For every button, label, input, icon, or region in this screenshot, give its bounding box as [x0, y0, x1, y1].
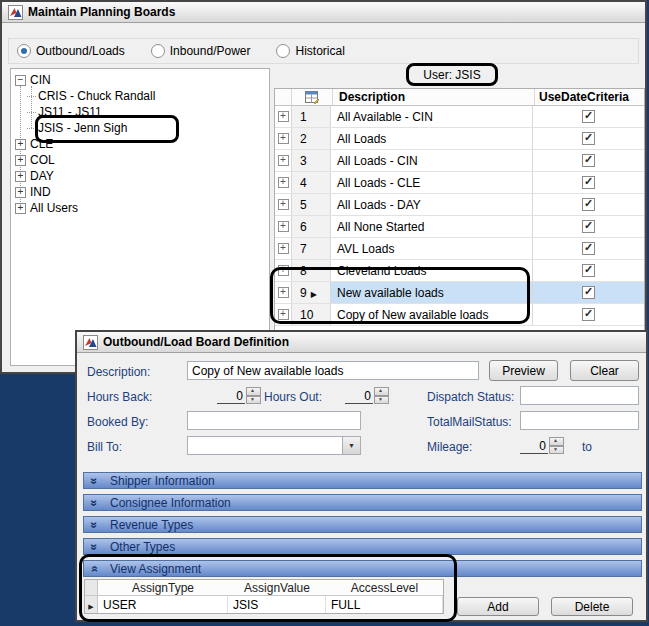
description-input[interactable]: Copy of New available loads [187, 361, 479, 380]
radio-label: Outbound/Loads [36, 44, 125, 58]
use-date-criteria-checkbox[interactable] [582, 242, 595, 255]
preview-button[interactable]: Preview [489, 360, 558, 381]
section-other-types[interactable]: Other Types [83, 538, 642, 555]
row-expand-icon[interactable] [278, 287, 289, 298]
row-expand-icon[interactable] [278, 155, 289, 166]
board-row-9[interactable]: 9 New available loads [275, 282, 644, 304]
step-down-icon[interactable] [374, 396, 389, 405]
tree-node-js11[interactable]: JS11 - JS11 [11, 104, 269, 120]
expand-icon[interactable] [15, 139, 26, 150]
use-date-criteria-checkbox[interactable] [582, 110, 595, 123]
board-row-5[interactable]: 5 All Loads - DAY [275, 194, 644, 216]
mileage-value[interactable]: 0 [520, 439, 548, 454]
step-down-icon[interactable] [549, 446, 564, 455]
expand-icon[interactable] [15, 187, 26, 198]
row-number: 3 [300, 154, 307, 168]
assign-type-cell[interactable]: USER [98, 596, 228, 613]
user-tree: CIN CRIS - Chuck Randall JS11 - JS11 JSI… [10, 68, 270, 366]
row-number: 5 [300, 198, 307, 212]
grid-properties-icon[interactable] [305, 90, 319, 104]
tree-node-label: All Users [30, 201, 78, 215]
dispatch-status-input[interactable] [520, 386, 639, 405]
app-icon [8, 5, 23, 20]
row-expand-icon[interactable] [278, 177, 289, 188]
step-down-icon[interactable] [246, 396, 261, 405]
tree-node-day[interactable]: DAY [11, 168, 269, 184]
row-expand-icon[interactable] [278, 221, 289, 232]
col-header-accesslevel[interactable]: AccessLevel [326, 581, 443, 595]
mileage-stepper[interactable]: 0 [520, 436, 564, 454]
board-row-6[interactable]: 6 All None Started [275, 216, 644, 238]
expand-icon[interactable] [15, 203, 26, 214]
section-view-assignment[interactable]: View Assignment [83, 560, 642, 577]
tree-node-col[interactable]: COL [11, 152, 269, 168]
col-header-usedatecriteria[interactable]: UseDateCriteria [535, 89, 644, 105]
section-consignee-information[interactable]: Consignee Information [83, 494, 642, 511]
hours-back-value[interactable]: 0 [217, 389, 245, 404]
total-mail-status-input[interactable] [520, 411, 639, 430]
row-description: All Loads - CLE [337, 176, 420, 190]
board-row-3[interactable]: 3 All Loads - CIN [275, 150, 644, 172]
row-expand-icon[interactable] [278, 133, 289, 144]
row-expand-icon[interactable] [278, 111, 289, 122]
chevron-icon [90, 518, 102, 532]
hours-out-value[interactable]: 0 [345, 389, 373, 404]
use-date-criteria-checkbox[interactable] [582, 286, 595, 299]
use-date-criteria-checkbox[interactable] [582, 176, 595, 189]
board-row-8[interactable]: 8 Cleveland Loads [275, 260, 644, 282]
step-up-icon[interactable] [549, 437, 564, 446]
use-date-criteria-checkbox[interactable] [582, 264, 595, 277]
description-cell: Cleveland Loads [331, 260, 533, 281]
expand-icon[interactable] [15, 155, 26, 166]
hours-out-stepper[interactable]: 0 [345, 386, 389, 404]
radio-outbound-loads[interactable]: Outbound/Loads [17, 44, 125, 58]
row-number-cell: 3 [291, 150, 331, 171]
board-row-1[interactable]: 1 All Available - CIN [275, 106, 644, 128]
dialog-titlebar[interactable]: Outbound/Load Board Definition [77, 332, 646, 353]
tree-node-ind[interactable]: IND [11, 184, 269, 200]
col-header-assigntype[interactable]: AssignType [98, 581, 228, 595]
assign-value-cell[interactable]: JSIS [228, 596, 326, 613]
add-button[interactable]: Add [457, 597, 539, 616]
board-row-10[interactable]: 10 Copy of New available loads [275, 304, 644, 326]
collapse-icon[interactable] [15, 75, 26, 86]
radio-historical[interactable]: Historical [276, 44, 344, 58]
row-expand-icon[interactable] [278, 309, 289, 320]
row-expand-icon[interactable] [278, 199, 289, 210]
step-up-icon[interactable] [246, 387, 261, 396]
use-date-criteria-checkbox[interactable] [582, 308, 595, 321]
tree-node-cin[interactable]: CIN [11, 72, 269, 88]
hours-back-stepper[interactable]: 0 [217, 386, 261, 404]
use-date-criteria-checkbox[interactable] [582, 220, 595, 233]
use-date-criteria-checkbox[interactable] [582, 198, 595, 211]
board-row-4[interactable]: 4 All Loads - CLE [275, 172, 644, 194]
step-up-icon[interactable] [374, 387, 389, 396]
main-titlebar[interactable]: Maintain Planning Boards [2, 2, 645, 23]
tree-node-cris[interactable]: CRIS - Chuck Randall [11, 88, 269, 104]
delete-button[interactable]: Delete [551, 597, 633, 616]
col-header-description[interactable]: Description [333, 89, 535, 105]
tree-node-jsis[interactable]: JSIS - Jenn Sigh [11, 120, 269, 136]
use-date-criteria-checkbox[interactable] [582, 154, 595, 167]
expand-icon[interactable] [15, 171, 26, 182]
board-row-2[interactable]: 2 All Loads [275, 128, 644, 150]
col-header-assignvalue[interactable]: AssignValue [228, 581, 326, 595]
clear-button[interactable]: Clear [570, 360, 639, 381]
section-shipper-information[interactable]: Shipper Information [83, 472, 642, 489]
use-date-criteria-checkbox[interactable] [582, 132, 595, 145]
description-value: Copy of New available loads [192, 364, 343, 378]
access-level-cell[interactable]: FULL [326, 596, 443, 613]
booked-by-input[interactable] [187, 411, 361, 430]
row-expand-icon[interactable] [278, 243, 289, 254]
bill-to-dropdown[interactable] [187, 436, 361, 455]
dropdown-arrow-icon[interactable] [342, 437, 360, 454]
assignment-row[interactable]: USER JSIS FULL [85, 596, 443, 613]
tree-node-all-users[interactable]: All Users [11, 200, 269, 216]
tree-node-cle[interactable]: CLE [11, 136, 269, 152]
board-row-7[interactable]: 7 AVL Loads [275, 238, 644, 260]
radio-inbound-power[interactable]: Inbound/Power [151, 44, 251, 58]
row-description: All Loads - DAY [337, 198, 421, 212]
section-revenue-types[interactable]: Revenue Types [83, 516, 642, 533]
row-expand-icon[interactable] [278, 265, 289, 276]
description-cell: AVL Loads [331, 238, 533, 259]
